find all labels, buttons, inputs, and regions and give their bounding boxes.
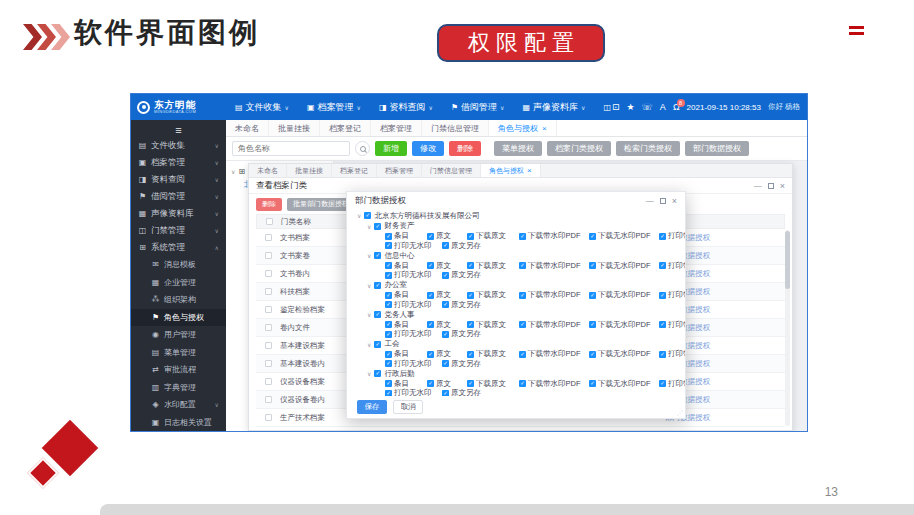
checkbox-checked[interactable]: ✓ bbox=[427, 351, 434, 358]
checkbox-checked[interactable]: ✓ bbox=[589, 262, 596, 269]
sidebar-subitem-角色与授权[interactable]: ⚑角色与授权 bbox=[131, 309, 226, 327]
tab-门禁信息管理[interactable]: 门禁信息管理 bbox=[422, 164, 481, 177]
tab-角色与授权[interactable]: 角色与授权× bbox=[489, 120, 557, 136]
sidebar-subitem-企业管理[interactable]: ▦企业管理 bbox=[131, 274, 226, 292]
checkbox-checked[interactable]: ✓ bbox=[659, 380, 666, 387]
checkbox-checked[interactable]: ✓ bbox=[589, 351, 596, 358]
tab-未命名[interactable]: 未命名 bbox=[249, 164, 287, 177]
nav-item-声像资料库[interactable]: ▦声像资料库∨ bbox=[522, 101, 585, 114]
checkbox-checked[interactable]: ✓ bbox=[427, 262, 434, 269]
row-checkbox[interactable] bbox=[265, 396, 272, 403]
button-修改[interactable]: 修改 bbox=[412, 141, 444, 156]
checkbox-checked[interactable]: ✓ bbox=[364, 212, 371, 219]
close-icon[interactable]: × bbox=[780, 181, 785, 191]
checkbox-checked[interactable]: ✓ bbox=[427, 233, 434, 240]
checkbox-checked[interactable]: ✓ bbox=[385, 262, 392, 269]
row-checkbox[interactable] bbox=[265, 234, 272, 241]
row-checkbox[interactable] bbox=[265, 342, 272, 349]
cancel-button[interactable]: 取消 bbox=[393, 400, 423, 414]
checkbox-checked[interactable]: ✓ bbox=[427, 380, 434, 387]
button-检索门类授权[interactable]: 检索门类授权 bbox=[616, 141, 680, 156]
checkbox-checked[interactable]: ✓ bbox=[374, 282, 381, 289]
row-checkbox[interactable] bbox=[265, 378, 272, 385]
checkbox-checked[interactable]: ✓ bbox=[467, 262, 474, 269]
nav-item-资料查阅[interactable]: ◨资料查阅∨ bbox=[379, 101, 433, 114]
tab-批量挂接[interactable]: 批量挂接 bbox=[287, 164, 332, 177]
sidebar-subitem-字典管理[interactable]: ▥字典管理 bbox=[131, 379, 226, 397]
maximize-icon[interactable] bbox=[768, 183, 774, 189]
scrollbar-thumb[interactable] bbox=[785, 231, 790, 289]
checkbox-checked[interactable]: ✓ bbox=[442, 360, 449, 367]
checkbox-checked[interactable]: ✓ bbox=[374, 311, 381, 318]
checkbox-checked[interactable]: ✓ bbox=[385, 351, 392, 358]
checkbox-checked[interactable]: ✓ bbox=[589, 380, 596, 387]
tab-档案管理[interactable]: 档案管理 bbox=[377, 164, 422, 177]
button-新增[interactable]: 新增 bbox=[375, 141, 407, 156]
button-批量部门数据授权[interactable]: 批量部门数据授权 bbox=[287, 198, 355, 211]
row-checkbox[interactable] bbox=[265, 288, 272, 295]
sidebar-subitem-消息模板[interactable]: ✉消息模板 bbox=[131, 256, 226, 274]
row-checkbox[interactable] bbox=[265, 414, 272, 421]
nav-item-文件收集[interactable]: ▤文件收集∨ bbox=[235, 101, 289, 114]
sidebar-item-档案管理[interactable]: ▣档案管理∨ bbox=[131, 154, 226, 171]
checkbox-checked[interactable]: ✓ bbox=[467, 380, 474, 387]
sidebar-item-文件收集[interactable]: ▤文件收集∨ bbox=[131, 137, 226, 154]
sidebar-subitem-水印配置[interactable]: ◈水印配置∨ bbox=[131, 396, 226, 414]
checkbox-checked[interactable]: ✓ bbox=[519, 380, 526, 387]
checkbox-checked[interactable]: ✓ bbox=[659, 233, 666, 240]
star-icon[interactable]: ★ bbox=[627, 103, 635, 112]
checkbox-checked[interactable]: ✓ bbox=[427, 321, 434, 328]
checkbox-checked[interactable]: ✓ bbox=[374, 370, 381, 377]
modal-root-node[interactable]: ∨ ✓ 北京东方明德科技发展有限公司 bbox=[357, 210, 675, 221]
checkbox-checked[interactable]: ✓ bbox=[385, 321, 392, 328]
checkbox-checked[interactable]: ✓ bbox=[659, 351, 666, 358]
sidebar-item-资料查阅[interactable]: ◨资料查阅∨ bbox=[131, 171, 226, 188]
nav-item-门禁管理[interactable]: ◫门禁管理∨ bbox=[603, 101, 612, 114]
sidebar-item-声像资料库[interactable]: ▦声像资料库∨ bbox=[131, 205, 226, 222]
checkbox-checked[interactable]: ✓ bbox=[659, 321, 666, 328]
checkbox-checked[interactable]: ✓ bbox=[467, 292, 474, 299]
checkbox-checked[interactable]: ✓ bbox=[385, 360, 392, 367]
checkbox-checked[interactable]: ✓ bbox=[385, 233, 392, 240]
checkbox-checked[interactable]: ✓ bbox=[589, 233, 596, 240]
close-icon[interactable]: × bbox=[527, 166, 532, 175]
checkbox-checked[interactable]: ✓ bbox=[659, 262, 666, 269]
row-checkbox[interactable] bbox=[265, 252, 272, 259]
nav-item-借阅管理[interactable]: ⚑借阅管理∨ bbox=[451, 101, 505, 114]
bell-icon[interactable]: Ω8 bbox=[673, 103, 680, 112]
row-checkbox[interactable] bbox=[265, 270, 272, 277]
checkbox-checked[interactable]: ✓ bbox=[442, 331, 449, 338]
checkbox-checked[interactable]: ✓ bbox=[519, 351, 526, 358]
checkbox-checked[interactable]: ✓ bbox=[589, 321, 596, 328]
checkbox-checked[interactable]: ✓ bbox=[374, 252, 381, 259]
row-checkbox[interactable] bbox=[265, 306, 272, 313]
checkbox-checked[interactable]: ✓ bbox=[467, 321, 474, 328]
scrollbar[interactable] bbox=[785, 230, 790, 426]
checkbox-checked[interactable]: ✓ bbox=[467, 351, 474, 358]
fullscreen-icon[interactable]: ⊡ bbox=[612, 103, 620, 112]
checkbox-checked[interactable]: ✓ bbox=[519, 321, 526, 328]
sidebar-subitem-审批流程[interactable]: ⇄审批流程 bbox=[131, 361, 226, 379]
close-icon[interactable]: × bbox=[542, 124, 547, 133]
tab-档案登记[interactable]: 档案登记 bbox=[320, 120, 371, 136]
row-checkbox[interactable] bbox=[265, 324, 272, 331]
select-all-checkbox[interactable] bbox=[266, 218, 273, 225]
sidebar-subitem-日志相关设置[interactable]: ▣日志相关设置 bbox=[131, 414, 226, 432]
minimize-icon[interactable]: — bbox=[646, 196, 654, 205]
search-button[interactable] bbox=[355, 141, 370, 156]
sidebar-collapse-icon[interactable]: ≡ bbox=[131, 122, 226, 137]
checkbox-checked[interactable]: ✓ bbox=[442, 301, 449, 308]
nav-item-档案管理[interactable]: ▣档案管理∨ bbox=[307, 101, 361, 114]
checkbox-checked[interactable]: ✓ bbox=[467, 233, 474, 240]
button-部门数据授权[interactable]: 部门数据授权 bbox=[685, 141, 749, 156]
tab-档案登记[interactable]: 档案登记 bbox=[332, 164, 377, 177]
close-icon[interactable]: × bbox=[672, 196, 677, 206]
tab-门禁信息管理[interactable]: 门禁信息管理 bbox=[422, 120, 489, 136]
checkbox-checked[interactable]: ✓ bbox=[385, 380, 392, 387]
checkbox-checked[interactable]: ✓ bbox=[374, 223, 381, 230]
minimize-icon[interactable]: — bbox=[754, 181, 762, 190]
search-input[interactable] bbox=[232, 141, 350, 156]
sidebar-item-系统管理[interactable]: ⊞系统管理∧ bbox=[131, 239, 226, 256]
tab-档案管理[interactable]: 档案管理 bbox=[371, 120, 422, 136]
checkbox-checked[interactable]: ✓ bbox=[385, 331, 392, 338]
